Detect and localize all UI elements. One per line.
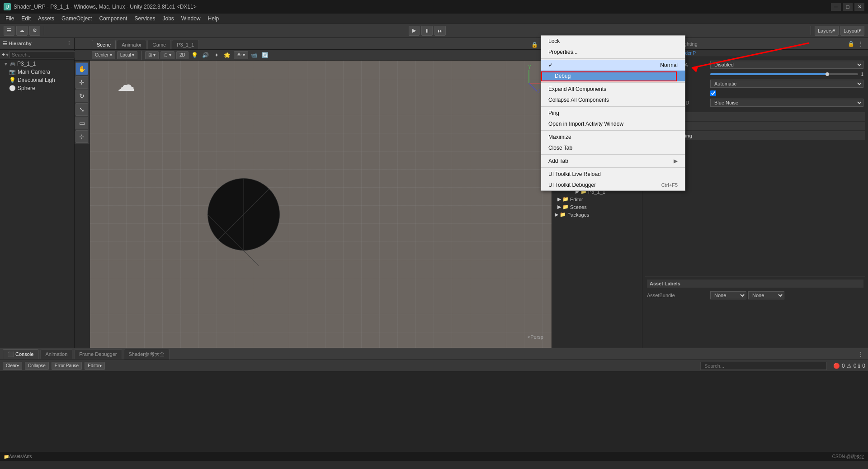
- vfx-btn[interactable]: ✦: [212, 51, 221, 60]
- render-scale-track[interactable]: [710, 73, 858, 75]
- render-scale-thumb[interactable]: [826, 72, 829, 76]
- toolbar-menu[interactable]: ☰: [4, 26, 14, 36]
- step-button[interactable]: ⏭: [434, 26, 446, 36]
- ctx-expand-all[interactable]: Expand All Components: [541, 84, 685, 95]
- tree-item-sphere[interactable]: ⚪ Sphere: [0, 84, 74, 92]
- tab-animator[interactable]: Animator: [117, 40, 146, 49]
- render-mode-btn[interactable]: ⬡ ▾: [160, 51, 175, 59]
- camera-btn[interactable]: 📹: [250, 51, 259, 60]
- collapse-btn[interactable]: Collapse: [25, 362, 49, 370]
- row-asset-bundle: AssetBundle None None: [645, 290, 865, 300]
- ctx-debug[interactable]: Debug: [541, 71, 685, 81]
- info-count-icon: ℹ: [858, 363, 860, 369]
- ctx-normal[interactable]: ✓ Normal: [541, 60, 685, 71]
- error-pause-btn[interactable]: Error Pause: [52, 362, 82, 370]
- collapse-label: Collapse: [28, 363, 46, 368]
- layout-dropdown[interactable]: Layout ▾: [840, 26, 864, 36]
- maximize-button[interactable]: □: [843, 3, 853, 11]
- grid-btn[interactable]: ⊞ ▾: [145, 51, 159, 59]
- ab-select-1[interactable]: None: [710, 291, 746, 299]
- ctx-close-tab[interactable]: Close Tab: [541, 142, 685, 153]
- toolbar-cloud[interactable]: ☁: [16, 26, 28, 36]
- scenes-folder[interactable]: ▶ 📁 Scenes: [552, 203, 642, 211]
- tab-shader-ref[interactable]: Shader参考大全: [124, 349, 170, 360]
- tab-p3[interactable]: P3_1_1: [172, 40, 199, 49]
- rect-tool[interactable]: ▭: [75, 117, 88, 129]
- ctx-maximize[interactable]: Maximize: [541, 132, 685, 142]
- bottom-tabs-bar: ⬛ Console Animation Frame Debugger Shade…: [0, 348, 868, 360]
- lighting-btn[interactable]: 💡: [190, 51, 199, 60]
- move-tool[interactable]: ✛: [75, 76, 88, 89]
- ctx-lock[interactable]: Lock: [541, 36, 685, 47]
- hierarchy-add-btn[interactable]: +: [2, 52, 5, 58]
- lock-icon[interactable]: 🔒: [530, 40, 539, 49]
- menu-gameobject[interactable]: GameObject: [58, 14, 95, 23]
- editor-folder[interactable]: ▶ 📁 Editor: [552, 195, 642, 203]
- tree-item-p3[interactable]: ▼ 🎮 P3_1_1: [0, 60, 74, 68]
- scale-tool[interactable]: ⤡: [75, 103, 88, 116]
- menu-file[interactable]: File: [2, 14, 18, 23]
- hierarchy-search-input[interactable]: [9, 51, 76, 58]
- console-toolbar: Clear ▾ Collapse Error Pause Editor ▾ 🔴 …: [0, 360, 868, 372]
- ctx-add-tab-arrow: ▶: [674, 158, 678, 164]
- hand-tool[interactable]: ✋: [75, 62, 88, 75]
- ab-select-2[interactable]: None: [748, 291, 784, 299]
- pause-button[interactable]: ⏸: [421, 26, 433, 36]
- tree-item-main-camera[interactable]: 📷 Main Camera: [0, 68, 74, 76]
- ctx-open-import[interactable]: Open in Import Activity Window: [541, 118, 685, 129]
- ctx-collapse-all[interactable]: Collapse All Components: [541, 95, 685, 105]
- tab-scene[interactable]: Scene: [92, 40, 116, 49]
- hidden-obj-btn[interactable]: 👁 ▾: [234, 51, 248, 59]
- editor-label: Editor: [88, 363, 99, 368]
- aa-select[interactable]: Disabled: [710, 61, 863, 69]
- lcf-checkbox[interactable]: [710, 90, 716, 96]
- scenes-icon: 📁: [562, 204, 569, 210]
- tab-animation[interactable]: Animation: [40, 349, 72, 359]
- hierarchy-panel: ☰ Hierarchy ⋮ + ▾ ▼ 🎮 P3_1_1 📷 Main Came…: [0, 38, 75, 348]
- ctx-add-tab[interactable]: Add Tab ▶: [541, 156, 685, 166]
- editor-btn[interactable]: Editor ▾: [85, 362, 105, 370]
- effects-btn[interactable]: 🌟: [223, 51, 232, 60]
- packages-folder[interactable]: ▶ 📁 Packages: [552, 211, 642, 218]
- menu-help[interactable]: Help: [204, 14, 223, 23]
- menu-edit[interactable]: Edit: [18, 14, 34, 23]
- audio-btn[interactable]: 🔊: [201, 51, 210, 60]
- camera-icon: 📷: [9, 69, 16, 75]
- rotate-tool[interactable]: ↻: [75, 90, 88, 102]
- inspector-lock-icon[interactable]: 🔒: [846, 39, 855, 48]
- console-search-input[interactable]: [700, 362, 827, 370]
- inspector-more-icon[interactable]: ⋮: [856, 39, 865, 48]
- play-button[interactable]: ▶: [409, 26, 420, 36]
- lcfd-select[interactable]: Blue Noise: [710, 99, 863, 107]
- ctx-uitk-live[interactable]: UI Toolkit Live Reload: [541, 169, 685, 180]
- orientation-btn[interactable]: 🔄: [261, 51, 270, 60]
- ctx-uitk-debug[interactable]: UI Toolkit Debugger Ctrl+F5: [541, 180, 685, 190]
- local-btn[interactable]: Local ▾: [117, 51, 138, 59]
- uf-select[interactable]: Automatic: [710, 80, 863, 88]
- svg-text:Y: Y: [528, 65, 531, 70]
- center-btn[interactable]: Center ▾: [92, 51, 115, 59]
- minimize-button[interactable]: ─: [831, 3, 841, 11]
- close-button[interactable]: ✕: [854, 3, 864, 11]
- ctx-properties[interactable]: Properties...: [541, 47, 685, 57]
- hierarchy-menu-btn[interactable]: ⋮: [66, 41, 71, 47]
- menu-services[interactable]: Services: [131, 14, 159, 23]
- menu-assets[interactable]: Assets: [34, 14, 58, 23]
- transform-tool[interactable]: ⊹: [75, 130, 88, 143]
- tab-frame-debugger[interactable]: Frame Debugger: [74, 349, 122, 359]
- layers-dropdown[interactable]: Layers ▾: [815, 26, 839, 36]
- ctx-ping[interactable]: Ping: [541, 108, 685, 118]
- menu-window[interactable]: Window: [178, 14, 204, 23]
- toolbar-settings[interactable]: ⚙: [29, 26, 40, 36]
- tab-console[interactable]: ⬛ Console: [3, 349, 38, 359]
- menu-component[interactable]: Component: [95, 14, 131, 23]
- title-bar: U Shader_URP - P3_1_1 - Windows, Mac, Li…: [0, 0, 868, 14]
- tab-game[interactable]: Game: [147, 40, 171, 49]
- menu-jobs[interactable]: Jobs: [159, 14, 177, 23]
- 2d-btn[interactable]: 2D: [176, 51, 189, 59]
- tree-item-dir-light[interactable]: 💡 Directional Ligh: [0, 76, 74, 84]
- console-more-btn[interactable]: ⋮: [856, 350, 865, 359]
- ctx-ping-label: Ping: [548, 110, 559, 116]
- scene-view[interactable]: ☁ Y X Z <Persp: [90, 61, 552, 348]
- clear-btn[interactable]: Clear ▾: [3, 362, 22, 370]
